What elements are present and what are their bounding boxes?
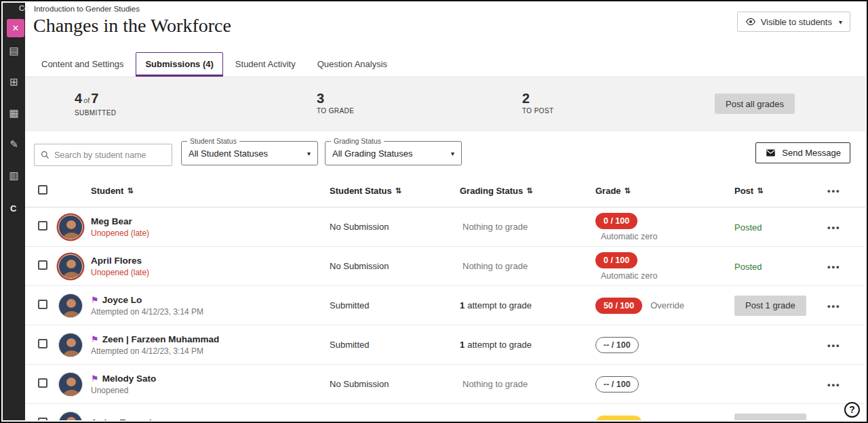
grading-status-select-value: All Grading Statuses	[332, 148, 413, 159]
post-grade-button[interactable]: Post 1 grade	[734, 296, 806, 316]
search-icon	[40, 150, 50, 160]
grade-pill[interactable]: -- / 100	[595, 337, 639, 353]
row-overflow-menu[interactable]: •••	[827, 222, 841, 233]
grade-pill[interactable]: 50 / 100	[595, 298, 642, 314]
document-icon[interactable]: ▦	[9, 107, 18, 119]
student-name-link[interactable]: Arden Tuomala	[91, 418, 157, 421]
student-name-link[interactable]: Meg Bear	[91, 216, 132, 226]
grading-status-select[interactable]: Grading Status All Grading Statuses ▾	[325, 141, 462, 165]
grade-override-label: Override	[650, 300, 684, 310]
grade-cell: 0 / 100 Automatic zero	[595, 252, 734, 281]
table-row: ⚑ April Flores Unopened (late) No Submis…	[25, 247, 865, 286]
column-header-grading-status[interactable]: Grading Status	[460, 186, 523, 196]
table-row: ⚑ Joyce Lo Attempted on 4/12/23, 3:14 PM…	[25, 286, 865, 325]
row-overflow-menu[interactable]: •••	[827, 262, 841, 272]
visibility-dropdown[interactable]: Visible to students ▾	[737, 12, 850, 32]
student-name-link[interactable]: Zeen | Farzeen Muhammad	[102, 334, 220, 344]
grading-status-select-label: Grading Status	[331, 137, 384, 145]
stat-to-post: 2 TO POST	[522, 91, 554, 115]
grade-cell: 0 / 100 Automatic zero	[595, 213, 734, 241]
student-substatus: Attempted on 4/12/23, 3:14 PM	[91, 307, 330, 317]
avatar	[58, 215, 83, 239]
post-grade-button[interactable]: Post 1 grade	[734, 414, 806, 421]
student-substatus: Unopened (late)	[91, 228, 330, 238]
sidebar-icon-list: ▤⊞▦✎▥	[3, 45, 25, 182]
student-substatus: Attempted on 4/12/23, 3:14 PM	[91, 346, 330, 356]
grading-status-value: Nothing to grade	[460, 261, 595, 271]
student-status-value: Submitted	[330, 300, 460, 310]
sidebar-course-label: C	[10, 203, 16, 214]
row-overflow-menu[interactable]: •••	[827, 380, 841, 390]
row-checkbox[interactable]	[38, 221, 47, 230]
column-header-student[interactable]: Student	[91, 186, 123, 196]
column-header-student-status[interactable]: Student Status	[330, 186, 392, 196]
student-status-value: Submitted	[330, 340, 460, 350]
grading-status-value: 1attempt to grade	[460, 340, 595, 350]
tab-student-activity[interactable]: Student Activity	[226, 52, 305, 77]
row-checkbox[interactable]	[38, 378, 47, 388]
tab-content-and-settings[interactable]: Content and Settings	[32, 52, 133, 77]
sort-icon: ⇅	[127, 186, 133, 195]
avatar	[58, 294, 83, 318]
avatar	[58, 254, 83, 279]
grading-status-value: Nothing to grade	[460, 379, 595, 389]
avatar	[58, 411, 83, 421]
grade-cell: -- / 100	[595, 337, 734, 353]
student-status-select[interactable]: Student Status All Student Statuses ▾	[181, 141, 318, 165]
gradebook-icon[interactable]: ⊞	[9, 76, 18, 88]
grade-cell: 50 / 100 Override	[595, 298, 734, 314]
row-checkbox[interactable]	[38, 300, 47, 309]
grade-pill[interactable]: 0 / 100	[595, 213, 637, 229]
student-name-link[interactable]: Joyce Lo	[102, 295, 142, 305]
pen-icon[interactable]: ✎	[9, 138, 18, 150]
submitted-total: 7	[91, 91, 98, 106]
grading-status-value: Nothing to grade	[460, 418, 595, 420]
grade-pill[interactable]: 70 / 100	[595, 416, 642, 421]
grade-pill[interactable]: 0 / 100	[595, 252, 637, 268]
search-input[interactable]	[54, 150, 166, 160]
chevron-down-icon: ▾	[451, 150, 454, 157]
search-box	[34, 144, 172, 166]
row-checkbox[interactable]	[38, 260, 47, 270]
posted-label[interactable]: Posted	[734, 262, 762, 272]
tab-bar: Content and SettingsSubmissions (4)Stude…	[25, 50, 865, 77]
column-header-grade[interactable]: Grade	[595, 186, 621, 196]
stat-to-grade: 3 TO GRADE	[317, 91, 354, 115]
close-panel-button[interactable]: ✕	[7, 19, 24, 37]
notebook-icon[interactable]: ▥	[9, 169, 18, 182]
grading-status-value: Nothing to grade	[460, 222, 595, 232]
clipboard-icon[interactable]: ▤	[9, 45, 18, 57]
course-sidebar: Co ✕ ▤⊞▦✎▥ C	[3, 3, 25, 420]
table-overflow-menu[interactable]: •••	[827, 186, 841, 196]
student-status-value: No Submission	[330, 261, 460, 271]
row-overflow-menu[interactable]: •••	[827, 340, 841, 350]
envelope-icon	[765, 148, 776, 158]
to-post-count: 2	[522, 91, 554, 106]
send-message-button[interactable]: Send Message	[755, 142, 850, 163]
row-overflow-menu[interactable]: •••	[827, 419, 841, 421]
avatar	[58, 333, 83, 357]
tab-submissions-4[interactable]: Submissions (4)	[136, 52, 222, 77]
student-name-link[interactable]: Melody Sato	[102, 374, 157, 384]
column-header-post[interactable]: Post	[734, 186, 753, 196]
grade-note: Automatic zero	[601, 271, 657, 281]
filter-row: Student Status All Student Statuses ▾ Gr…	[25, 132, 865, 175]
row-checkbox[interactable]	[38, 418, 47, 421]
posted-label[interactable]: Posted	[734, 222, 762, 233]
row-checkbox[interactable]	[38, 339, 47, 348]
row-overflow-menu[interactable]: •••	[827, 301, 841, 311]
grade-cell: 70 / 100	[595, 416, 734, 421]
flag-icon: ⚑	[91, 334, 99, 344]
grade-pill[interactable]: -- / 100	[595, 376, 639, 392]
breadcrumb[interactable]: Introduction to Gender Studies	[34, 5, 140, 13]
eye-icon	[745, 16, 756, 27]
select-all-checkbox[interactable]	[38, 185, 47, 195]
post-all-grades-button[interactable]: Post all grades	[715, 94, 795, 114]
table-row: ⚑ Meg Bear Unopened (late) No Submission…	[25, 207, 865, 247]
help-button[interactable]: ?	[844, 402, 860, 418]
student-substatus: Unopened (late)	[91, 268, 330, 277]
sort-icon: ⇅	[526, 186, 532, 195]
tab-question-analysis[interactable]: Question Analysis	[308, 52, 397, 77]
app-window: Co ✕ ▤⊞▦✎▥ C Introduction to Gender Stud…	[0, 0, 868, 423]
student-name-link[interactable]: April Flores	[91, 256, 142, 266]
